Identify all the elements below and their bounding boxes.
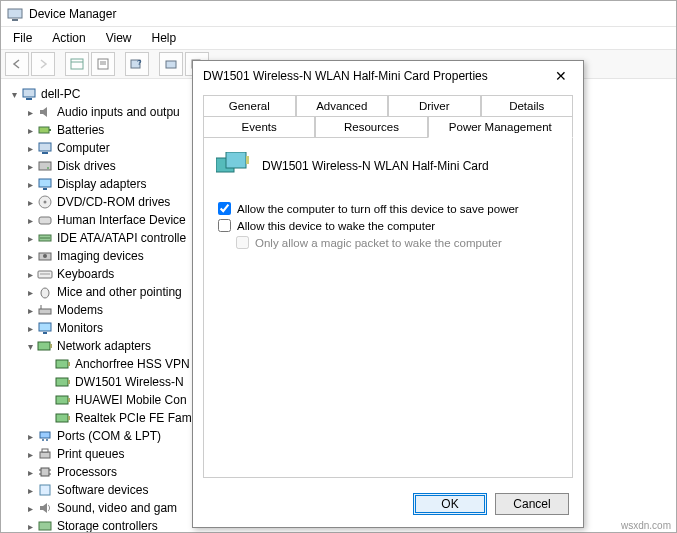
- svg-point-23: [44, 201, 47, 204]
- expander-icon[interactable]: ▸: [23, 197, 37, 208]
- tree-root-label: dell-PC: [41, 87, 80, 101]
- expander-icon[interactable]: ▸: [23, 521, 37, 532]
- menu-file[interactable]: File: [5, 29, 40, 47]
- toolbar-scan[interactable]: [159, 52, 183, 76]
- menu-help[interactable]: Help: [144, 29, 185, 47]
- network-adapter-icon: [55, 392, 71, 408]
- tabs-row-2: Events Resources Power Management: [203, 116, 573, 138]
- tab-advanced[interactable]: Advanced: [296, 95, 389, 116]
- device-header: DW1501 Wireless-N WLAN Half-Mini Card: [216, 152, 560, 180]
- svg-point-47: [42, 439, 44, 441]
- device-name: DW1501 Wireless-N WLAN Half-Mini Card: [262, 159, 489, 173]
- svg-rect-39: [68, 362, 70, 366]
- checkbox-magic: [236, 236, 249, 249]
- svg-rect-14: [39, 127, 49, 133]
- tree-label: DVD/CD-ROM drives: [57, 195, 170, 209]
- printer-icon: [37, 446, 53, 462]
- tab-power-management[interactable]: Power Management: [428, 116, 573, 138]
- svg-rect-35: [43, 332, 47, 334]
- svg-rect-41: [68, 380, 70, 384]
- tree-label: Processors: [57, 465, 117, 479]
- close-button[interactable]: ✕: [549, 66, 573, 86]
- network-adapter-icon: [55, 356, 71, 372]
- disk-icon: [37, 158, 53, 174]
- tab-events[interactable]: Events: [203, 116, 315, 138]
- dialog-body: General Advanced Driver Details Events R…: [203, 95, 573, 481]
- checkbox-row-turnoff[interactable]: Allow the computer to turn off this devi…: [218, 202, 560, 215]
- hid-icon: [37, 212, 53, 228]
- checkbox-wake[interactable]: [218, 219, 231, 232]
- svg-rect-38: [56, 360, 68, 368]
- svg-rect-51: [41, 468, 49, 476]
- expander-icon[interactable]: ▸: [23, 233, 37, 244]
- expander-icon[interactable]: ▸: [23, 269, 37, 280]
- properties-dialog: DW1501 Wireless-N WLAN Half-Mini Card Pr…: [192, 60, 584, 528]
- expander-icon[interactable]: ▸: [23, 323, 37, 334]
- tab-general[interactable]: General: [203, 95, 296, 116]
- network-card-icon: [216, 152, 250, 180]
- audio-icon: [37, 104, 53, 120]
- expander-icon[interactable]: ▸: [23, 251, 37, 262]
- checkbox-row-wake[interactable]: Allow this device to wake the computer: [218, 219, 560, 232]
- sound-icon: [37, 500, 53, 516]
- ok-button[interactable]: OK: [413, 493, 487, 515]
- expander-icon[interactable]: ▸: [23, 467, 37, 478]
- expander-icon[interactable]: ▸: [23, 305, 37, 316]
- cancel-button[interactable]: Cancel: [495, 493, 569, 515]
- svg-rect-24: [39, 217, 51, 224]
- menu-action[interactable]: Action: [44, 29, 93, 47]
- toolbar-help[interactable]: ?: [125, 52, 149, 76]
- dialog-titlebar: DW1501 Wireless-N WLAN Half-Mini Card Pr…: [193, 61, 583, 91]
- toolbar-back[interactable]: [5, 52, 29, 76]
- tab-details[interactable]: Details: [481, 95, 574, 116]
- toolbar-forward[interactable]: [31, 52, 55, 76]
- menu-view[interactable]: View: [98, 29, 140, 47]
- svg-rect-49: [40, 452, 50, 458]
- svg-rect-2: [71, 59, 83, 69]
- svg-rect-20: [39, 179, 51, 187]
- expander-icon[interactable]: ▾: [7, 89, 21, 100]
- network-adapter-icon: [55, 410, 71, 426]
- expander-icon[interactable]: ▸: [23, 431, 37, 442]
- toolbar-show-hidden[interactable]: [65, 52, 89, 76]
- tab-driver[interactable]: Driver: [388, 95, 481, 116]
- expander-icon[interactable]: ▸: [23, 161, 37, 172]
- checkbox-turnoff[interactable]: [218, 202, 231, 215]
- computer-icon: [37, 140, 53, 156]
- tab-panel-power: DW1501 Wireless-N WLAN Half-Mini Card Al…: [203, 138, 573, 478]
- svg-rect-37: [50, 344, 52, 348]
- checkbox-magic-label: Only allow a magic packet to wake the co…: [255, 237, 502, 249]
- expander-icon[interactable]: ▸: [23, 179, 37, 190]
- checkbox-row-magic: Only allow a magic packet to wake the co…: [236, 236, 560, 249]
- expander-icon[interactable]: ▸: [23, 485, 37, 496]
- expander-icon[interactable]: ▸: [23, 287, 37, 298]
- cpu-icon: [37, 464, 53, 480]
- tree-label: Sound, video and gam: [57, 501, 177, 515]
- svg-rect-45: [68, 416, 70, 420]
- svg-rect-40: [56, 378, 68, 386]
- tree-label: IDE ATA/ATAPI controlle: [57, 231, 186, 245]
- svg-rect-44: [56, 414, 68, 422]
- expander-icon[interactable]: ▸: [23, 125, 37, 136]
- expander-icon[interactable]: ▸: [23, 107, 37, 118]
- svg-rect-60: [246, 156, 249, 164]
- expander-icon[interactable]: ▸: [23, 215, 37, 226]
- toolbar-properties[interactable]: [91, 52, 115, 76]
- expander-icon[interactable]: ▸: [23, 503, 37, 514]
- expander-icon[interactable]: ▸: [23, 449, 37, 460]
- tree-label: Audio inputs and outpu: [57, 105, 180, 119]
- tree-label: Batteries: [57, 123, 104, 137]
- svg-rect-13: [26, 98, 32, 100]
- tree-label: Human Interface Device: [57, 213, 186, 227]
- svg-rect-9: [166, 61, 176, 68]
- dm-title: Device Manager: [29, 7, 116, 21]
- expander-icon[interactable]: ▸: [23, 143, 37, 154]
- expander-icon[interactable]: ▾: [23, 341, 37, 352]
- tree-label: Print queues: [57, 447, 124, 461]
- svg-rect-43: [68, 398, 70, 402]
- tree-label: Mice and other pointing: [57, 285, 182, 299]
- modem-icon: [37, 302, 53, 318]
- svg-rect-32: [39, 309, 51, 314]
- tree-label: Modems: [57, 303, 103, 317]
- tab-resources[interactable]: Resources: [315, 116, 427, 138]
